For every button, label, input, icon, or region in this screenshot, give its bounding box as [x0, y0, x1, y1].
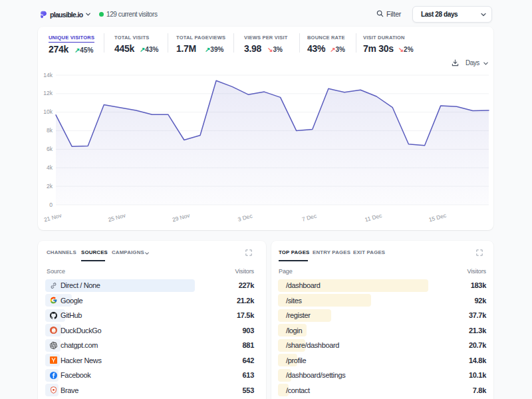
- svg-text:25 Nov: 25 Nov: [107, 212, 126, 223]
- svg-text:2k: 2k: [47, 183, 53, 190]
- svg-text:6k: 6k: [47, 146, 53, 152]
- svg-text:4k: 4k: [47, 164, 53, 171]
- svg-text:7 Dec: 7 Dec: [301, 212, 318, 223]
- svg-text:8k: 8k: [47, 127, 53, 134]
- svg-text:14k: 14k: [43, 72, 53, 78]
- svg-text:29 Nov: 29 Nov: [172, 212, 191, 223]
- svg-text:3 Dec: 3 Dec: [237, 212, 253, 223]
- svg-text:10k: 10k: [43, 108, 53, 115]
- svg-text:12k: 12k: [43, 90, 53, 96]
- svg-text:0: 0: [49, 201, 53, 208]
- svg-text:21 Nov: 21 Nov: [43, 212, 63, 223]
- svg-text:11 Dec: 11 Dec: [364, 212, 383, 223]
- svg-text:15 Dec: 15 Dec: [428, 212, 448, 223]
